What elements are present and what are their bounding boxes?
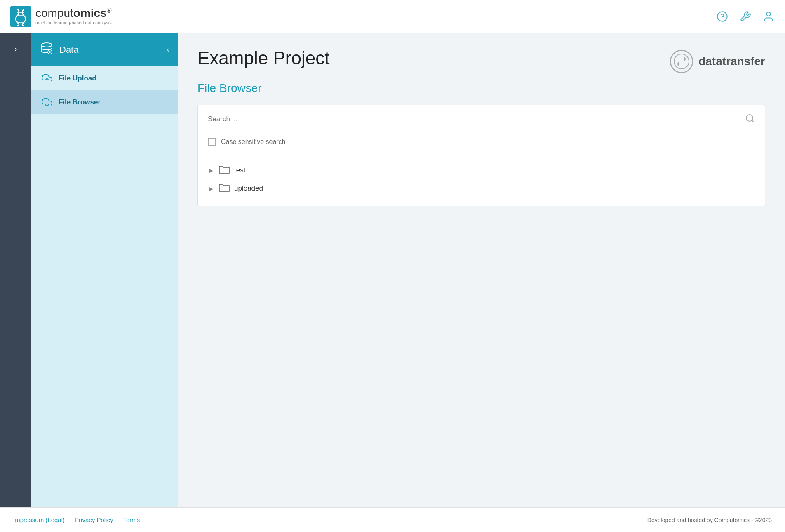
folder-icon-test: [219, 165, 230, 176]
file-tree-item-test[interactable]: ▶ test: [208, 161, 755, 179]
project-header: Example Project datatransfer: [197, 48, 765, 73]
file-tree-section: ▶ test ▶ uploaded: [198, 153, 765, 206]
svg-point-7: [766, 12, 770, 16]
page-subtitle: File Browser: [197, 82, 765, 95]
file-browser-card: Case sensitive search ▶ test ▶: [197, 105, 765, 206]
sidebar-collapsed: ›: [0, 33, 31, 507]
file-tree-name-uploaded: uploaded: [234, 184, 263, 193]
svg-rect-0: [10, 6, 31, 27]
case-sensitive-row: Case sensitive search: [208, 131, 755, 153]
footer: Impressum (Legal) Privacy Policy Terms D…: [0, 507, 785, 532]
user-icon[interactable]: [762, 10, 775, 23]
datatransfer-text: datatransfer: [698, 55, 765, 68]
tree-arrow-test: ▶: [208, 167, 214, 174]
main-content: Example Project datatransfer File Browse…: [178, 33, 785, 507]
sidebar-item-file-upload[interactable]: File Upload: [31, 66, 178, 90]
datatransfer-logo: datatransfer: [670, 49, 765, 73]
sidebar: Data ‹ File Upload File Browser: [31, 33, 178, 507]
svg-line-16: [752, 120, 754, 122]
upload-cloud-icon: [41, 73, 53, 84]
footer-link-privacy[interactable]: Privacy Policy: [75, 516, 113, 523]
logo-reg: ®: [107, 7, 112, 14]
svg-point-10: [49, 51, 51, 53]
sidebar-title: Data: [59, 45, 78, 55]
logo-prefix: comput: [35, 7, 73, 20]
help-icon[interactable]: [716, 10, 729, 23]
project-title: Example Project: [197, 48, 329, 68]
main-layout: › Data ‹: [0, 33, 785, 507]
case-sensitive-checkbox[interactable]: [208, 138, 216, 146]
sidebar-item-file-upload-label: File Upload: [59, 74, 96, 82]
file-tree-name-test: test: [234, 166, 245, 174]
download-cloud-icon: [41, 97, 53, 108]
svg-point-5: [717, 12, 727, 21]
logo-suffix: omics: [73, 7, 107, 20]
file-tree-item-uploaded[interactable]: ▶ uploaded: [208, 179, 755, 198]
tree-arrow-uploaded: ▶: [208, 186, 214, 192]
logo-area: computomics® machine learning-based data…: [10, 6, 112, 27]
header-icons: [716, 10, 775, 23]
tools-icon[interactable]: [739, 10, 752, 23]
sidebar-header: Data ‹: [31, 33, 178, 66]
footer-copyright: Developed and hosted by Computomics - ©2…: [647, 517, 772, 523]
sidebar-collapse-button[interactable]: ‹: [167, 45, 169, 54]
sidebar-header-left: Data: [40, 41, 78, 58]
footer-link-impressum[interactable]: Impressum (Legal): [13, 516, 65, 523]
svg-point-8: [41, 43, 52, 47]
sidebar-item-file-browser-label: File Browser: [59, 98, 101, 106]
search-icon: [745, 113, 755, 125]
case-sensitive-label: Case sensitive search: [221, 138, 286, 146]
svg-point-15: [746, 115, 753, 121]
folder-icon-uploaded: [219, 183, 230, 194]
search-row: [208, 113, 755, 131]
footer-link-terms[interactable]: Terms: [123, 516, 140, 523]
logo-text: computomics® machine learning-based data…: [35, 7, 112, 25]
footer-links: Impressum (Legal) Privacy Policy Terms: [13, 516, 140, 523]
sidebar-nav: File Upload File Browser: [31, 66, 178, 507]
logo-subtitle: machine learning-based data analysis: [35, 20, 112, 25]
datatransfer-icon: [670, 49, 693, 73]
search-input[interactable]: [208, 113, 741, 125]
data-module-icon: [40, 41, 54, 58]
logo-icon: [10, 6, 31, 27]
sidebar-item-file-browser[interactable]: File Browser: [31, 90, 178, 114]
svg-point-14: [674, 54, 689, 69]
header: computomics® machine learning-based data…: [0, 0, 785, 33]
search-section: Case sensitive search: [198, 105, 765, 153]
expand-sidebar-button[interactable]: ›: [8, 41, 23, 56]
